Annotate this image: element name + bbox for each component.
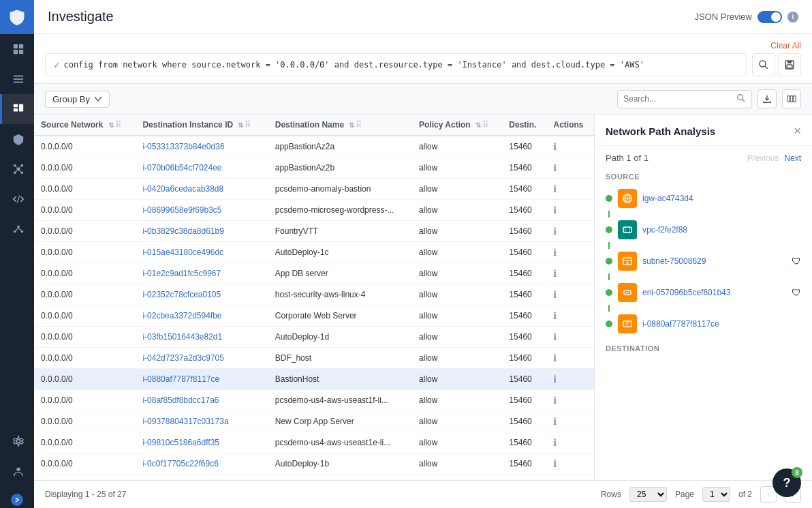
cell-dest-id: i-02352c78cfcea0105 <box>136 284 268 305</box>
search-icon[interactable] <box>736 93 746 105</box>
dest-id-link[interactable]: i-053313373b84e0d36 <box>142 142 224 151</box>
help-bubble[interactable]: ? 8 <box>772 468 801 497</box>
row-info-btn[interactable]: ℹ <box>553 141 557 152</box>
col-drag-destname[interactable]: ⠿ <box>356 120 362 130</box>
nav-settings[interactable] <box>0 426 34 456</box>
info-icon[interactable]: i <box>787 12 798 23</box>
dest-id-link[interactable]: i-042d7237a2d3c9705 <box>142 353 223 363</box>
table-row[interactable]: 0.0.0.0/0 i-02352c78cfcea0105 host-secur… <box>34 284 594 305</box>
table-row[interactable]: 0.0.0.0/0 i-0b3829c38da8d61b9 FountryVTT… <box>34 221 594 242</box>
search-input[interactable] <box>623 94 732 104</box>
nav-menu[interactable] <box>0 64 34 94</box>
row-info-btn[interactable]: ℹ <box>553 437 557 448</box>
table-row[interactable]: 0.0.0.0/0 i-0880af7787f8117ce BastionHos… <box>34 369 594 390</box>
dest-id-link[interactable]: i-08af85df8bdcc17a6 <box>142 395 219 405</box>
columns-btn[interactable] <box>782 89 801 108</box>
clear-all-btn[interactable]: Clear All <box>770 41 801 50</box>
table-row[interactable]: 0.0.0.0/0 i-053313373b84e0d36 appBastion… <box>34 136 594 158</box>
path-next-btn[interactable]: Next <box>784 153 801 163</box>
dest-id-link[interactable]: i-070b06b54cf7024ee <box>142 163 221 173</box>
dest-id-link[interactable]: i-0880af7787f8117ce <box>142 374 219 384</box>
sort-destid-icon[interactable]: ⇅ <box>238 121 243 129</box>
nav-shield[interactable] <box>0 124 34 154</box>
table-row[interactable]: 0.0.0.0/0 i-03fb15016443e82d1 AutoDeploy… <box>34 327 594 348</box>
dest-id-link[interactable]: i-03fb15016443e82d1 <box>142 332 222 342</box>
cell-policy: allow <box>412 136 502 158</box>
sort-destname-icon[interactable]: ⇅ <box>349 121 354 129</box>
row-info-btn[interactable]: ℹ <box>553 331 557 342</box>
sort-policy-icon[interactable]: ⇅ <box>475 121 481 129</box>
nav-deploy[interactable] <box>0 214 34 244</box>
nav-code[interactable] <box>0 184 34 214</box>
dest-id-link[interactable]: i-01e2c9ad1fc5c9967 <box>142 269 221 278</box>
table-row[interactable]: 0.0.0.0/0 i-09378804317c03173a New Corp … <box>34 411 594 432</box>
dest-id-link[interactable]: i-09810c5186a6dff35 <box>142 438 219 447</box>
row-info-btn[interactable]: ℹ <box>553 183 557 194</box>
dest-id-link[interactable]: i-0c0f17705c22f69c6 <box>142 459 218 468</box>
app-logo[interactable] <box>0 0 34 34</box>
row-info-btn[interactable]: ℹ <box>553 353 557 363</box>
table-row[interactable]: 0.0.0.0/0 i-02cbea3372d594fbe Corporate … <box>34 305 594 327</box>
npa-title: Network Path Analysis <box>606 125 715 137</box>
json-preview-toggle[interactable] <box>758 11 782 23</box>
query-search-btn[interactable] <box>752 53 775 76</box>
table-row[interactable]: 0.0.0.0/0 i-0420a6cedacab38d8 pcsdemo-an… <box>34 179 594 200</box>
col-drag-destid[interactable]: ⠿ <box>245 120 251 130</box>
npa-node-vpc-label[interactable]: vpc-f2fe2f88 <box>642 225 801 235</box>
table-row[interactable]: 0.0.0.0/0 i-042d7237a2d3c9705 BDF_host a… <box>34 348 594 369</box>
row-info-btn[interactable]: ℹ <box>553 289 557 300</box>
dest-id-link[interactable]: i-0b3829c38da8d61b9 <box>142 226 223 236</box>
dest-id-link[interactable]: i-015ae43180ce496dc <box>142 248 223 257</box>
query-actions <box>752 53 801 76</box>
nav-expand-btn[interactable] <box>11 494 23 506</box>
row-info-btn[interactable]: ℹ <box>553 268 557 279</box>
col-drag-policy[interactable]: ⠿ <box>482 120 488 130</box>
download-btn[interactable] <box>758 89 777 108</box>
npa-node-igw-label[interactable]: igw-ac4743d4 <box>642 194 801 203</box>
query-save-btn[interactable] <box>778 53 801 76</box>
table-row[interactable]: 0.0.0.0/0 i-08699658e9f69b3c5 pcsdemo-mi… <box>34 200 594 221</box>
page-select[interactable]: 1 2 <box>702 487 730 502</box>
row-info-btn[interactable]: ℹ <box>553 310 557 321</box>
row-info-btn[interactable]: ℹ <box>553 458 557 469</box>
table-row[interactable]: 0.0.0.0/0 i-09810c5186a6dff35 pcsdemo-us… <box>34 432 594 453</box>
npa-destination-label: DESTINATION <box>606 344 801 353</box>
nav-user[interactable] <box>0 456 34 486</box>
nav-investigate[interactable] <box>0 94 34 124</box>
npa-dot-eni <box>606 289 612 296</box>
col-drag-source[interactable]: ⠿ <box>115 120 121 130</box>
npa-node-subnet-label[interactable]: subnet-75008629 <box>642 256 786 266</box>
npa-node-eni-label[interactable]: eni-057096b5cef601b43 <box>642 288 786 297</box>
row-info-btn[interactable]: ℹ <box>553 416 557 427</box>
dest-id-link[interactable]: i-02cbea3372d594fbe <box>142 311 221 320</box>
row-info-btn[interactable]: ℹ <box>553 247 557 258</box>
path-prev-btn[interactable]: Previous <box>747 153 779 163</box>
table-row[interactable]: 0.0.0.0/0 i-01e2c9ad1fc5c9967 App DB ser… <box>34 263 594 284</box>
dest-id-link[interactable]: i-0420a6cedacab38d8 <box>142 184 223 194</box>
row-info-btn[interactable]: ℹ <box>553 374 557 385</box>
cell-policy: allow <box>412 327 502 348</box>
table-row[interactable]: 0.0.0.0/0 i-015ae43180ce496dc AutoDeploy… <box>34 242 594 263</box>
dest-id-link[interactable]: i-02352c78cfcea0105 <box>142 290 221 299</box>
npa-close-btn[interactable]: × <box>794 124 801 138</box>
dest-id-link[interactable]: i-08699658e9f69b3c5 <box>142 205 221 215</box>
row-info-btn[interactable]: ℹ <box>553 395 557 406</box>
cell-source: 0.0.0.0/0 <box>34 221 136 242</box>
group-by-btn[interactable]: Group By <box>45 91 110 108</box>
npa-node-instance-label[interactable]: i-0880af7787f8117ce <box>642 319 801 329</box>
cell-source: 0.0.0.0/0 <box>34 348 136 369</box>
npa-node-subnet: subnet-75008629 🛡 <box>606 249 801 273</box>
table-row[interactable]: 0.0.0.0/0 i-0e948fe6e36336072 Corporate … <box>34 475 594 481</box>
row-info-btn[interactable]: ℹ <box>553 205 557 215</box>
nav-network[interactable] <box>0 154 34 184</box>
sort-source-icon[interactable]: ⇅ <box>108 121 114 129</box>
nav-dashboard[interactable] <box>0 34 34 64</box>
dest-id-link[interactable]: i-09378804317c03173a <box>142 417 228 426</box>
table-row[interactable]: 0.0.0.0/0 i-08af85df8bdcc17a6 pcsdemo-us… <box>34 390 594 411</box>
table-row[interactable]: 0.0.0.0/0 i-0c0f17705c22f69c6 AutoDeploy… <box>34 453 594 475</box>
row-info-btn[interactable]: ℹ <box>553 162 557 173</box>
row-info-btn[interactable]: ℹ <box>553 226 557 237</box>
rows-select[interactable]: 25 50 100 <box>629 487 667 502</box>
table-row[interactable]: 0.0.0.0/0 i-070b06b54cf7024ee appBastion… <box>34 158 594 179</box>
policy-badge: allow <box>419 395 437 405</box>
